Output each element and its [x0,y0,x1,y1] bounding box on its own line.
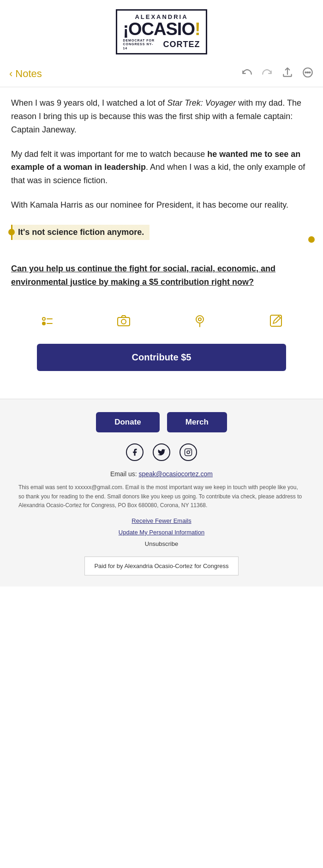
chevron-left-icon: ‹ [9,68,12,80]
notes-toolbar: ‹ Notes [0,62,323,87]
paragraph-2: My dad felt it was important for me to w… [11,148,312,187]
share-icon[interactable] [281,66,293,81]
checklist-icon[interactable] [40,313,55,330]
logo-bottom-left: DEMOCRAT FORCONGRESS NY-14 [123,39,155,50]
contribute-section: Contribute $5 [0,339,323,399]
location-icon[interactable] [192,313,207,330]
receive-fewer-emails-link[interactable]: Receive Fewer Emails [18,517,305,524]
update-personal-info-link[interactable]: Update My Personal Information [18,529,305,536]
toolbar-icons [241,66,314,81]
logo-box: ALEXANDRIA ¡OCASIO! DEMOCRAT FORCONGRESS… [116,9,207,54]
svg-point-3 [309,72,311,73]
logo-bottom-line: DEMOCRAT FORCONGRESS NY-14 CORTEZ [123,39,200,50]
highlight-quote: It's not science fiction anymore. [11,225,312,240]
svg-point-16 [190,450,191,451]
camera-icon[interactable] [116,313,131,330]
logo-ocasio-text: ¡OCASIO [123,19,195,39]
donate-button[interactable]: Donate [96,412,160,432]
redo-icon[interactable] [261,66,273,81]
svg-point-8 [43,323,44,324]
contribute-button[interactable]: Contribute $5 [37,344,286,371]
svg-rect-9 [118,317,130,326]
logo-exclaim: ! [195,19,200,39]
highlight-block: It's not science fiction anymore. [11,223,312,251]
edit-icon[interactable] [269,313,283,330]
unsubscribe-link[interactable]: Unsubscribe [18,540,305,547]
notes-back-button[interactable]: ‹ Notes [9,68,241,80]
footer: Donate Merch Email us: speak@ocasiocorte… [0,399,323,587]
footer-email-prefix: Email us: [110,470,138,478]
svg-point-2 [307,72,309,73]
social-icons [18,443,305,461]
svg-point-15 [187,451,190,454]
merch-button[interactable]: Merch [167,412,227,432]
twitter-icon[interactable] [153,443,170,461]
paid-for-box: Paid for by Alexandria Ocasio-Cortez for… [18,557,305,575]
paid-for-text: Paid for by Alexandria Ocasio-Cortez for… [84,557,238,575]
svg-rect-14 [185,449,192,456]
svg-point-11 [196,316,203,323]
footer-disclaimer: This email was sent to xxxxxx@gmail.com.… [18,483,305,510]
paragraph-1: When I was 9 years old, I watched a lot … [11,96,312,136]
undo-icon[interactable] [241,66,253,81]
footer-buttons: Donate Merch [18,412,305,432]
bottom-icons-bar [0,309,323,339]
highlight-text: It's not science fiction anymore. [11,225,150,240]
para2-pre: My dad felt it was important for me to w… [11,150,207,159]
footer-email: Email us: speak@ocasiocortez.com [18,470,305,478]
svg-point-4 [42,317,45,320]
header: ALEXANDRIA ¡OCASIO! DEMOCRAT FORCONGRESS… [0,0,323,62]
dot-right [308,236,315,243]
main-content: When I was 9 years old, I watched a lot … [0,87,323,309]
para1-italic: Star Trek: Voyager [167,98,236,108]
more-icon[interactable] [302,66,314,81]
instagram-icon[interactable] [179,443,197,461]
logo: ALEXANDRIA ¡OCASIO! DEMOCRAT FORCONGRESS… [116,9,207,54]
cta-text: Can you help us continue the fight for s… [11,262,312,289]
logo-cortez-text: CORTEZ [163,40,200,49]
svg-point-10 [121,319,126,324]
footer-email-link[interactable]: speak@ocasiocortez.com [138,470,213,478]
notes-title: Notes [15,68,42,80]
paragraph-3: With Kamala Harris as our nominee for Pr… [11,198,312,212]
dot-left [8,229,15,235]
svg-point-1 [305,72,306,73]
logo-main-text: ¡OCASIO! [123,20,200,38]
svg-point-12 [198,318,201,321]
para1-pre: When I was 9 years old, I watched a lot … [11,98,167,108]
facebook-icon[interactable] [126,443,144,461]
